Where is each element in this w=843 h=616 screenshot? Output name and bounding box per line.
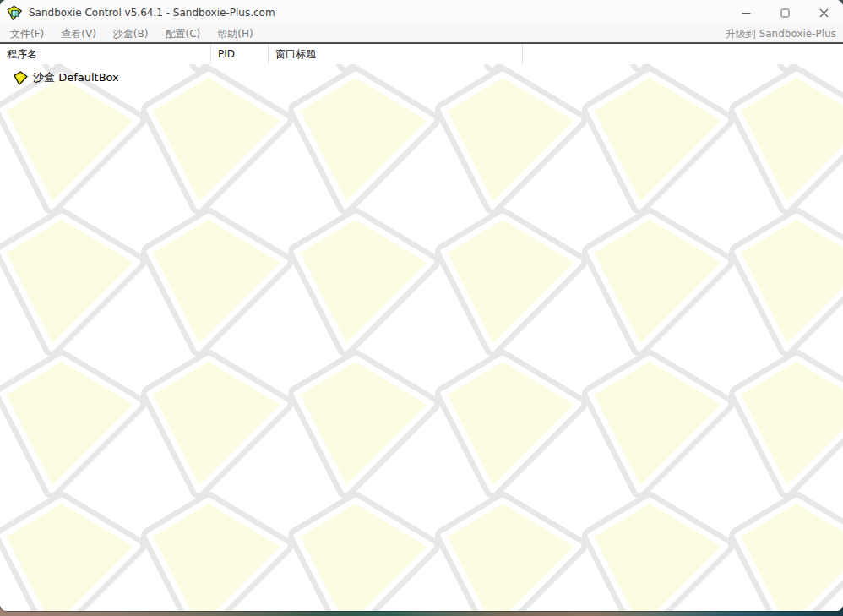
sandbox-row-label: 沙盒 DefaultBox <box>33 70 119 85</box>
column-header-program-name[interactable]: 程序名 <box>0 44 211 64</box>
process-list-area[interactable]: 沙盒 DefaultBox <box>0 64 843 611</box>
menubar: 文件(F) 查看(V) 沙盒(B) 配置(C) 帮助(H) 升级到 Sandbo… <box>0 25 843 44</box>
column-header-spacer <box>523 44 843 64</box>
window-title: Sandboxie Control v5.64.1 - Sandboxie-Pl… <box>29 7 275 19</box>
menu-config[interactable]: 配置(C) <box>156 25 209 43</box>
minimize-button[interactable] <box>726 0 765 25</box>
menu-sandbox[interactable]: 沙盒(B) <box>105 25 157 43</box>
window-controls <box>726 0 843 25</box>
minimize-icon <box>742 8 751 18</box>
sandboxie-control-window: Sandboxie Control v5.64.1 - Sandboxie-Pl… <box>0 0 843 611</box>
menu-view[interactable]: 查看(V) <box>52 25 105 43</box>
sandboxie-watermark-pattern <box>0 64 843 611</box>
menu-file[interactable]: 文件(F) <box>2 25 52 43</box>
list-column-header: 程序名 PID 窗口标题 <box>0 44 843 64</box>
column-header-pid[interactable]: PID <box>211 44 269 64</box>
sandbox-row-defaultbox[interactable]: 沙盒 DefaultBox <box>13 69 122 86</box>
close-icon <box>819 8 829 18</box>
menu-help[interactable]: 帮助(H) <box>209 25 261 43</box>
maximize-icon <box>780 8 790 18</box>
titlebar[interactable]: Sandboxie Control v5.64.1 - Sandboxie-Pl… <box>0 0 843 25</box>
upgrade-to-plus-link[interactable]: 升级到 Sandboxie-Plus <box>726 27 836 41</box>
column-header-window-title[interactable]: 窗口标题 <box>269 44 523 64</box>
maximize-button[interactable] <box>765 0 804 25</box>
sandbox-icon <box>14 71 28 85</box>
sandboxie-app-icon <box>7 5 23 21</box>
close-button[interactable] <box>804 0 843 25</box>
